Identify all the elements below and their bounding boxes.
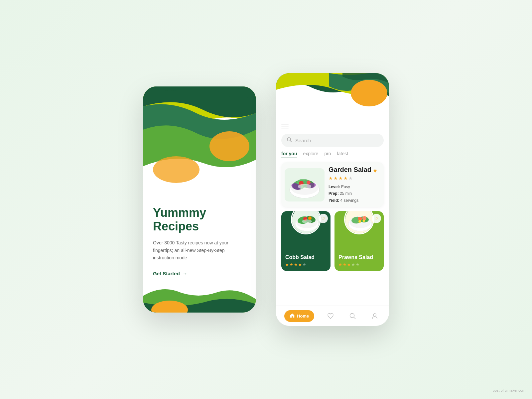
splash-content: Yummmy Recipes Over 3000 Tasty recipes n… <box>143 186 256 286</box>
arrow-icon: → <box>183 271 188 276</box>
svg-line-33 <box>354 317 355 319</box>
tab-explore[interactable]: explore <box>303 151 318 158</box>
svg-point-31 <box>363 220 365 222</box>
hamburger-line-2 <box>281 126 289 126</box>
tab-for-you[interactable]: for you <box>281 151 297 158</box>
svg-point-16 <box>298 184 311 189</box>
prawns-title: Prawns Salad <box>338 254 380 260</box>
splash-description: Over 3000 Tasty recipes now at your fing… <box>153 239 246 261</box>
prawns-star-3: ★ <box>347 262 351 267</box>
prawns-star-1: ★ <box>338 262 342 267</box>
watermark: post of uimaker.com <box>493 388 525 392</box>
svg-point-24 <box>302 219 312 223</box>
hamburger-menu[interactable] <box>281 124 289 128</box>
cobb-star-5: ★ <box>303 262 306 267</box>
cobb-stars: ★ ★ ★ ★ ★ <box>285 262 327 267</box>
featured-stars: ★ ★ ★ ★ ★ <box>329 176 380 181</box>
featured-card[interactable]: Garden Salad ★ ★ ★ ★ ★ Level: Easy Prep:… <box>281 162 384 207</box>
star-5: ★ <box>348 176 353 181</box>
cobb-salad-image <box>291 211 321 234</box>
home-nav-button[interactable]: Home <box>284 310 314 322</box>
star-3: ★ <box>338 176 343 181</box>
cobb-card-info: Cobb Salad ★ ★ ★ ★ ★ <box>281 251 331 271</box>
star-2: ★ <box>333 176 338 181</box>
search-nav-button[interactable] <box>346 310 358 322</box>
bottom-navigation: Home <box>276 306 389 326</box>
prawns-stars: ★ ★ ★ ★ ★ <box>338 262 380 267</box>
splash-wave-top <box>143 86 256 186</box>
search-icon <box>287 137 292 144</box>
prawns-salad-card[interactable]: ♡ Prawns Salad ★ ★ ★ ★ ★ <box>334 211 384 271</box>
svg-point-30 <box>358 220 361 223</box>
prawns-card-info: Prawns Salad ★ ★ ★ ★ ★ <box>334 251 384 271</box>
cobb-star-2: ★ <box>290 262 293 267</box>
home-icon <box>290 313 295 319</box>
svg-point-15 <box>307 181 311 185</box>
get-started-button[interactable]: Get Started → <box>153 271 246 276</box>
home-wave-svg <box>276 73 389 120</box>
meta-prep: Prep: 25 min <box>329 190 380 197</box>
prawns-heart-button[interactable]: ♡ <box>372 214 381 223</box>
svg-line-5 <box>290 141 292 142</box>
prawns-salad-image <box>344 211 374 234</box>
cta-label: Get Started <box>153 271 180 276</box>
star-1: ★ <box>329 176 333 181</box>
profile-nav-button[interactable] <box>369 310 381 322</box>
splash-screen: Yummmy Recipes Over 3000 Tasty recipes n… <box>143 86 256 313</box>
cobb-salad-card[interactable]: ♡ Cobb Salad ★ ★ ★ ★ ★ <box>281 211 331 271</box>
svg-point-3 <box>351 80 387 106</box>
svg-point-1 <box>153 156 200 183</box>
meta-level: Level: Easy <box>329 184 380 190</box>
hamburger-line-3 <box>281 128 289 128</box>
svg-point-34 <box>373 314 376 316</box>
tabs-bar: for you explore pro latest <box>281 151 384 158</box>
cobb-star-1: ★ <box>285 262 289 267</box>
prawns-star-2: ★ <box>343 262 346 267</box>
hamburger-line-1 <box>281 124 289 124</box>
home-content: Search for you explore pro latest <box>276 120 389 306</box>
svg-point-0 <box>209 131 249 161</box>
cobb-heart-button[interactable]: ♡ <box>319 214 328 223</box>
tab-latest[interactable]: latest <box>337 151 348 158</box>
prawns-star-5: ★ <box>356 262 359 267</box>
search-bar[interactable]: Search <box>281 134 384 147</box>
featured-meta: Level: Easy Prep: 25 min Yield: 4 servin… <box>329 184 380 204</box>
meta-yield: Yield: 4 servings <box>329 197 380 204</box>
splash-title: Yummmy Recipes <box>153 206 246 233</box>
splash-wave-bottom <box>143 286 256 313</box>
home-header <box>281 124 384 128</box>
star-4: ★ <box>343 176 348 181</box>
cobb-star-3: ★ <box>294 262 298 267</box>
splash-wave-svg <box>143 86 256 186</box>
splash-wave-bottom-svg <box>143 286 256 313</box>
favorites-nav-button[interactable] <box>325 310 336 322</box>
small-cards-row: ♡ Cobb Salad ★ ★ ★ ★ ★ <box>281 211 384 271</box>
home-nav-label: Home <box>297 314 309 319</box>
cobb-title: Cobb Salad <box>285 254 327 260</box>
svg-point-23 <box>308 216 312 220</box>
featured-heart-button[interactable]: ♥ <box>370 166 380 176</box>
featured-image <box>285 168 325 201</box>
cobb-star-4: ★ <box>298 262 302 267</box>
search-placeholder: Search <box>295 138 311 143</box>
home-wave-top <box>276 73 389 120</box>
home-screen: Search for you explore pro latest <box>276 73 389 326</box>
tab-pro[interactable]: pro <box>324 151 331 158</box>
prawns-star-4: ★ <box>351 262 355 267</box>
